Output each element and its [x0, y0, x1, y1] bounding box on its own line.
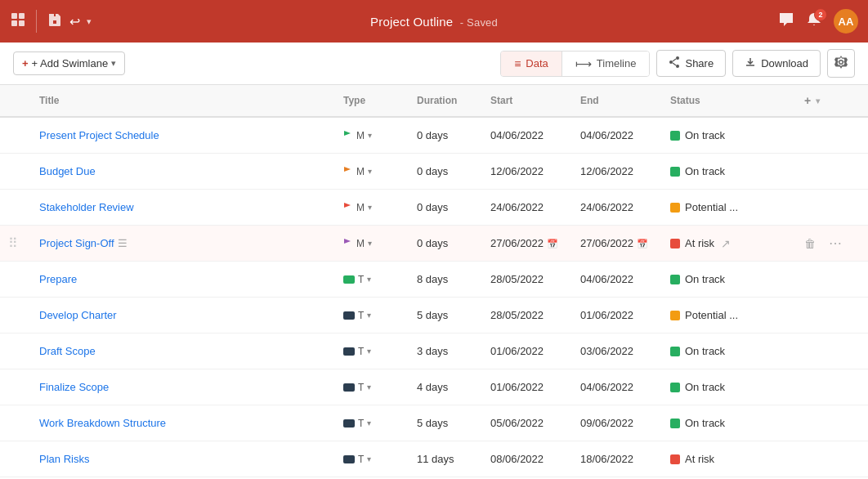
row-type[interactable]: M ▾ — [337, 202, 410, 213]
row-title[interactable]: Budget Due — [26, 165, 337, 177]
row-type[interactable]: M ▾ — [337, 130, 410, 141]
row-status: On track — [664, 345, 794, 357]
th-start: Start — [484, 95, 574, 106]
row-type[interactable]: T ▾ — [337, 454, 410, 465]
svg-rect-3 — [19, 20, 25, 26]
row-duration: 11 days — [410, 453, 484, 465]
row-start: 28/05/2022 — [484, 309, 574, 321]
row-title[interactable]: Stakeholder Review — [26, 201, 337, 213]
row-end: 04/06/2022 — [574, 273, 664, 285]
undo-chevron-icon[interactable]: ▾ — [87, 16, 92, 27]
row-status: On track — [664, 129, 794, 141]
table-row: Prepare T ▾ 8 days 28/05/2022 04/06/2022… — [0, 262, 868, 298]
row-end: 03/06/2022 — [574, 345, 664, 357]
svg-rect-1 — [19, 13, 25, 19]
status-dot — [670, 203, 680, 213]
svg-point-6 — [676, 65, 679, 68]
row-title[interactable]: Finalize Scope — [26, 381, 337, 393]
top-bar: ↩ ▾ Project Outline - Saved 2 AA — [0, 0, 868, 43]
row-title[interactable]: Plan Risks — [26, 453, 337, 465]
save-icon[interactable] — [47, 11, 63, 32]
status-label: On track — [685, 417, 725, 429]
row-type[interactable]: T ▾ — [337, 382, 410, 393]
row-title[interactable]: Develop Charter — [26, 309, 337, 321]
row-duration: 8 days — [410, 273, 484, 285]
type-dropdown-icon[interactable]: ▾ — [368, 203, 372, 212]
row-type[interactable]: M ▾ — [337, 238, 410, 249]
type-dropdown-icon[interactable]: ▾ — [367, 275, 371, 284]
row-duration: 0 days — [410, 129, 484, 141]
status-label: On track — [685, 345, 725, 357]
status-label: At risk — [685, 237, 714, 249]
type-dropdown-icon[interactable]: ▾ — [368, 131, 372, 140]
row-title[interactable]: Work Breakdown Structure — [26, 417, 337, 429]
share-button[interactable]: Share — [656, 50, 726, 77]
status-label: On track — [685, 273, 725, 285]
type-dropdown-icon[interactable]: ▾ — [367, 383, 371, 392]
row-type[interactable]: T ▾ — [337, 346, 410, 357]
row-start: 04/06/2022 — [484, 129, 574, 141]
table-row: Stakeholder Review M ▾ 0 days 24/06/2022… — [0, 190, 868, 226]
row-title[interactable]: Project Sign-Off☰ — [26, 237, 337, 249]
home-icon[interactable] — [10, 11, 26, 32]
row-duration: 0 days — [410, 237, 484, 249]
toolbar: + + Add Swimlane ▾ ≡ Data ⟼ Timeline Sha… — [0, 43, 868, 85]
status-dot — [670, 167, 680, 177]
type-dropdown-icon[interactable]: ▾ — [367, 454, 371, 463]
status-label: On track — [685, 165, 725, 177]
type-dropdown-icon[interactable]: ▾ — [367, 311, 371, 320]
end-calendar-icon[interactable]: 📅 — [637, 239, 648, 248]
settings-button[interactable] — [827, 49, 855, 78]
type-dropdown-icon[interactable]: ▾ — [367, 419, 371, 428]
avatar[interactable]: AA — [834, 9, 858, 34]
notifications-icon[interactable]: 2 — [806, 11, 822, 32]
row-start: 01/06/2022 — [484, 381, 574, 393]
type-dropdown-icon[interactable]: ▾ — [367, 347, 371, 356]
row-end: 01/06/2022 — [574, 309, 664, 321]
row-duration: 0 days — [410, 165, 484, 177]
add-column-chevron-icon[interactable]: ▾ — [816, 96, 820, 105]
row-start: 27/06/2022📅 — [484, 237, 574, 249]
row-status: Potential ... — [664, 309, 794, 321]
th-end: End — [574, 95, 664, 106]
download-button[interactable]: Download — [732, 50, 821, 77]
add-column-icon[interactable]: + — [801, 92, 814, 109]
top-bar-right: 2 AA — [778, 9, 858, 34]
th-add[interactable]: + ▾ — [794, 92, 843, 109]
row-type[interactable]: T ▾ — [337, 274, 410, 285]
download-icon — [745, 56, 756, 70]
chat-icon[interactable] — [778, 11, 794, 32]
row-end: 04/06/2022 — [574, 381, 664, 393]
start-calendar-icon[interactable]: 📅 — [547, 239, 558, 248]
drag-handle[interactable]: ⠿ — [0, 235, 26, 251]
row-status: At risk — [664, 453, 794, 465]
table-row: Plan Risks T ▾ 11 days 08/06/2022 18/06/… — [0, 441, 868, 477]
row-title[interactable]: Draft Scope — [26, 345, 337, 357]
row-title[interactable]: Prepare — [26, 273, 337, 285]
status-dot — [670, 239, 680, 248]
row-title[interactable]: Present Project Schedule — [26, 129, 337, 141]
more-options-icon[interactable]: ⋯ — [825, 235, 845, 251]
tab-data[interactable]: ≡ Data — [501, 51, 562, 76]
row-duration: 0 days — [410, 201, 484, 213]
status-label: Potential ... — [685, 201, 738, 213]
type-dropdown-icon[interactable]: ▾ — [368, 239, 372, 248]
tab-data-label: Data — [526, 57, 548, 69]
status-label: Potential ... — [685, 309, 738, 321]
undo-icon[interactable]: ↩ — [69, 14, 80, 29]
th-title: Title — [26, 95, 337, 106]
row-status: On track — [664, 381, 794, 393]
row-type[interactable]: M ▾ — [337, 166, 410, 177]
add-swimlane-button[interactable]: + + Add Swimlane ▾ — [13, 51, 125, 75]
row-start: 28/05/2022 — [484, 273, 574, 285]
table-row: ⠿ Project Sign-Off☰ M ▾ 0 days 27/06/202… — [0, 226, 868, 262]
row-type[interactable]: T ▾ — [337, 418, 410, 429]
row-type[interactable]: T ▾ — [337, 310, 410, 321]
delete-icon[interactable]: 🗑 — [801, 237, 819, 250]
row-end: 09/06/2022 — [574, 417, 664, 429]
page-title: Project Outline - Saved — [370, 15, 498, 29]
row-end: 18/06/2022 — [574, 453, 664, 465]
row-status: On track — [664, 273, 794, 285]
type-dropdown-icon[interactable]: ▾ — [368, 167, 372, 176]
tab-timeline[interactable]: ⟼ Timeline — [562, 51, 650, 76]
